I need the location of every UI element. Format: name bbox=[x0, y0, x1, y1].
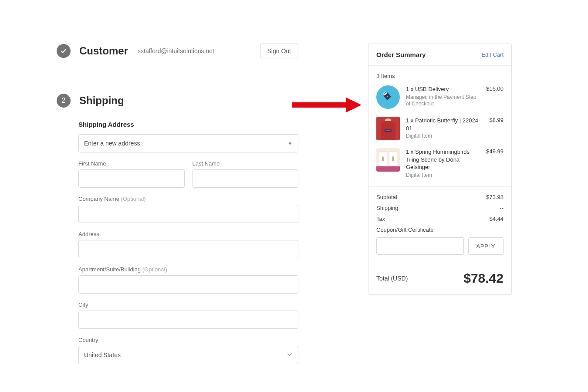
address-select-value: Enter a new address bbox=[84, 140, 140, 147]
item-thumb-shirt bbox=[376, 117, 400, 140]
company-input[interactable] bbox=[78, 205, 298, 223]
item-sub: Managed in the Payment Step of Checkout bbox=[406, 94, 480, 108]
shipping-address-heading: Shipping Address bbox=[78, 121, 298, 128]
item-price: $8.99 bbox=[489, 117, 504, 140]
customer-email: sstafford@intuitsolutions.net bbox=[138, 47, 251, 54]
shipping-title: Shipping bbox=[79, 95, 124, 107]
city-label: City bbox=[78, 301, 298, 308]
shipping-total-label: Shipping bbox=[376, 205, 399, 211]
company-label: Company Name (Optional) bbox=[78, 196, 298, 202]
coupon-label: Coupon/Gift Certificate bbox=[376, 226, 504, 233]
tax-value: $4.44 bbox=[489, 216, 504, 222]
sign-out-button[interactable]: Sign Out bbox=[260, 44, 298, 58]
city-input[interactable] bbox=[78, 311, 298, 329]
last-name-input[interactable] bbox=[193, 169, 299, 188]
address-label: Address bbox=[78, 231, 298, 237]
customer-title: Customer bbox=[79, 45, 128, 57]
address-input[interactable] bbox=[78, 240, 298, 258]
item-sub: Digital Item bbox=[406, 172, 480, 179]
country-select-value: United States bbox=[84, 351, 121, 358]
item-name: 1 x Patriotic Butterfly | 22024-01 bbox=[406, 117, 483, 132]
apt-input[interactable] bbox=[78, 275, 298, 294]
svg-marker-1 bbox=[346, 98, 362, 112]
usb-icon bbox=[381, 90, 395, 104]
step-complete-icon bbox=[57, 44, 71, 58]
grand-total-label: Total (USD) bbox=[376, 275, 408, 282]
items-count: 3 Items bbox=[376, 73, 504, 79]
step-number-badge: 2 bbox=[57, 94, 71, 108]
customer-step: Customer sstafford@intuitsolutions.net S… bbox=[57, 44, 298, 76]
grand-total-value: $78.42 bbox=[463, 271, 504, 286]
item-name: 1 x USB Delivery bbox=[406, 85, 480, 93]
first-name-label: First Name bbox=[78, 160, 185, 167]
subtotal-label: Subtotal bbox=[376, 194, 397, 200]
first-name-input[interactable] bbox=[78, 169, 185, 188]
last-name-label: Last Name bbox=[193, 160, 299, 167]
order-summary-title: Order Summary bbox=[376, 51, 426, 58]
apply-coupon-button[interactable]: APPLY bbox=[468, 237, 504, 255]
address-select[interactable]: Enter a new address bbox=[78, 134, 298, 152]
annotation-arrow-icon bbox=[292, 97, 362, 113]
subtotal-value: $73.98 bbox=[486, 194, 504, 200]
cart-item: 1 x USB Delivery Managed in the Payment … bbox=[376, 85, 504, 109]
coupon-input[interactable] bbox=[376, 237, 464, 255]
tax-label: Tax bbox=[376, 216, 385, 222]
item-thumb-usb bbox=[376, 85, 400, 109]
shipping-step-header: 2 Shipping bbox=[57, 94, 298, 108]
cart-item: 1 x Spring Hummingbirds Tiling Scene by … bbox=[376, 148, 504, 179]
country-select[interactable]: United States bbox=[78, 346, 298, 364]
apt-label: Apartment/Suite/Building (Optional) bbox=[78, 266, 298, 273]
order-summary: Order Summary Edit Cart 3 Items bbox=[368, 44, 512, 295]
item-price: $15.00 bbox=[486, 85, 504, 109]
shipping-total-value: -- bbox=[500, 205, 504, 211]
item-price: $49.99 bbox=[486, 148, 504, 179]
item-thumb-tiles bbox=[376, 148, 400, 172]
edit-cart-link[interactable]: Edit Cart bbox=[481, 51, 504, 58]
country-label: Country bbox=[78, 337, 298, 343]
item-sub: Digital Item bbox=[406, 133, 483, 140]
cart-item: 1 x Patriotic Butterfly | 22024-01 Digit… bbox=[376, 117, 504, 140]
item-name: 1 x Spring Hummingbirds Tiling Scene by … bbox=[406, 148, 480, 171]
